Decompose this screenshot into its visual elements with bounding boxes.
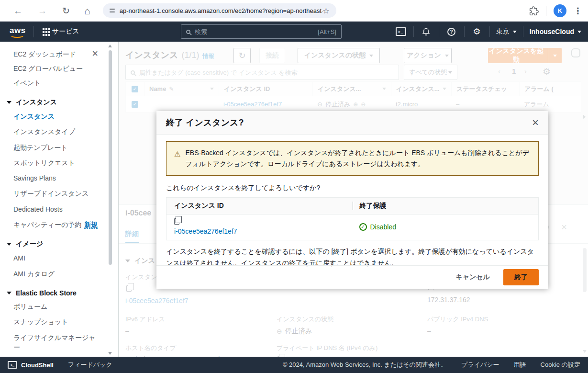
chevron-down-icon <box>7 292 11 294</box>
footer-terms-link[interactable]: 用語 <box>514 361 526 369</box>
browser-reload-icon[interactable]: ↻ <box>62 6 70 15</box>
global-search-input[interactable] <box>195 28 318 35</box>
sidebar-item-label: EC2 ダッシュボード <box>13 50 76 58</box>
section-title: Elastic Block Store <box>16 289 77 297</box>
global-search[interactable]: [Alt+S] <box>181 24 342 39</box>
gear-glyph: ⚙ <box>473 27 481 36</box>
divider <box>413 26 414 37</box>
site-settings-icon[interactable] <box>110 8 115 13</box>
region-selector[interactable]: 東京 <box>496 27 517 36</box>
sidebar-close-icon[interactable]: × <box>92 48 98 59</box>
warning-alert: ⚠ EBS-Backed インスタンスでは、インスタンスが終了されたときにルート… <box>166 141 539 176</box>
cloudshell-icon: >_ <box>8 361 17 369</box>
services-menu[interactable]: サービス <box>52 27 79 36</box>
dialog-close-icon[interactable]: × <box>532 117 539 128</box>
divider <box>489 26 490 37</box>
sidebar-item-dedicated-hosts[interactable]: Dedicated Hosts <box>13 202 99 217</box>
sidebar-item-ec2-global-view[interactable]: EC2 グローバルビュー <box>13 62 99 76</box>
settings-gear-icon[interactable]: ⚙ <box>471 27 483 36</box>
account-menu[interactable]: InhouseCloud <box>530 28 581 35</box>
ec2-sidebar: × EC2 ダッシュボード EC2 グローバルビュー イベント インスタンス イ… <box>0 42 119 357</box>
footer-feedback-link[interactable]: フィードバック <box>68 361 112 369</box>
cancel-button[interactable]: キャンセル <box>455 273 490 282</box>
browser-forward-icon[interactable]: → <box>38 6 47 15</box>
column-header-instance-id: インスタンス ID <box>166 202 353 210</box>
bookmark-star-icon[interactable]: ☆ <box>322 6 329 15</box>
section-title: イメージ <box>16 240 43 249</box>
sidebar-item-label: Dedicated Hosts <box>13 205 63 213</box>
footer-cookies-link[interactable]: Cookie の設定 <box>541 361 580 369</box>
browser-menu-icon[interactable]: ⋮ <box>574 6 582 16</box>
extensions-icon[interactable] <box>529 6 539 16</box>
sidebar-item-label: スナップショット <box>13 318 68 326</box>
sidebar-item-reserved-instances[interactable]: リザーブドインスタンス <box>13 186 99 201</box>
sidebar-item-label: ボリューム <box>13 303 47 310</box>
chevron-down-icon <box>577 31 581 33</box>
confirm-question: これらのインスタンスを終了してよろしいですか? <box>166 184 539 192</box>
browser-home-icon[interactable]: ⌂ <box>84 6 90 16</box>
url-text: ap-northeast-1.console.aws.amazon.com/ec… <box>120 7 323 14</box>
account-label: InhouseCloud <box>530 28 574 35</box>
sidebar-section-ebs[interactable]: Elastic Block Store <box>7 289 99 297</box>
services-grid-icon[interactable] <box>43 28 44 30</box>
sidebar-item-label: インスタンス <box>13 113 55 120</box>
sidebar-item-lifecycle-manager[interactable]: ライフサイクルマネージャー <box>13 330 99 355</box>
search-icon <box>186 30 190 34</box>
protection-status: Disabled <box>370 223 396 231</box>
browser-chrome: ← → ↻ ⌂ ap-northeast-1.console.aws.amazo… <box>0 0 588 22</box>
notifications-bell-icon[interactable] <box>420 27 433 36</box>
sidebar-item-label: スポットリクエスト <box>13 159 75 167</box>
instance-id-link[interactable]: i-05cee5ea276ef1ef7 <box>174 227 353 235</box>
footer-privacy-link[interactable]: プライバシー <box>461 361 499 369</box>
footer-copyright: © 2024, Amazon Web Services, Inc. またはその関… <box>283 361 447 369</box>
sidebar-section-instances[interactable]: インスタンス <box>7 98 99 107</box>
check-circle-icon: ✓ <box>359 223 367 231</box>
sidebar-item-instance-types[interactable]: インスタンスタイプ <box>13 124 99 139</box>
sidebar-section-images[interactable]: イメージ <box>7 240 99 249</box>
copy-icon[interactable] <box>174 218 179 225</box>
sidebar-item-instances[interactable]: インスタンス <box>13 109 99 124</box>
sidebar-item-events[interactable]: イベント <box>13 76 99 90</box>
scrollbar-thumb[interactable] <box>109 50 112 265</box>
cloudshell-icon[interactable]: >_ <box>395 27 407 36</box>
chevron-down-icon <box>513 31 517 33</box>
footer-cloudshell-button[interactable]: >_ CloudShell <box>8 361 54 369</box>
sidebar-item-spot-requests[interactable]: スポットリクエスト <box>13 155 99 170</box>
sidebar-item-label: 起動テンプレート <box>13 144 68 151</box>
divider <box>464 26 465 37</box>
browser-back-icon[interactable]: ← <box>13 6 22 15</box>
aws-logo[interactable]: aws <box>10 26 26 38</box>
sidebar-item-capacity-reservations[interactable]: キャパシティーの予約新規 <box>13 217 99 232</box>
sidebar-item-label: イベント <box>13 79 41 87</box>
cloudshell-label: CloudShell <box>21 362 54 369</box>
scroll-up-icon[interactable] <box>108 45 112 47</box>
chevron-down-icon <box>7 101 11 104</box>
chevron-down-icon <box>7 243 11 246</box>
sidebar-item-label: ライフサイクルマネージャー <box>13 334 96 351</box>
divider <box>439 26 439 37</box>
sidebar-item-snapshots[interactable]: スナップショット <box>13 314 99 329</box>
terminal-glyph: >_ <box>396 27 406 36</box>
sidebar-item-label: キャパシティーの予約 <box>13 221 81 228</box>
divider <box>546 6 546 16</box>
help-icon[interactable]: ? <box>445 28 458 36</box>
aws-top-nav: aws サービス [Alt+S] >_ ? ⚙ 東京 InhouseCloud <box>0 22 588 42</box>
sidebar-item-ami-catalog[interactable]: AMI カタログ <box>13 266 99 282</box>
terminate-instances-table: インスタンス ID 終了保護 i-05cee5ea276ef1ef7 ✓ Dis… <box>166 197 539 240</box>
sidebar-item-label: AMI <box>13 254 25 262</box>
sidebar-item-ami[interactable]: AMI <box>13 250 99 266</box>
sidebar-item-volumes[interactable]: ボリューム <box>13 299 99 314</box>
sidebar-scrollbar[interactable] <box>108 45 112 355</box>
warning-icon: ⚠ <box>174 147 180 170</box>
search-shortcut: [Alt+S] <box>318 28 336 35</box>
sidebar-item-savings-plans[interactable]: Savings Plans <box>13 170 99 186</box>
sidebar-item-label: EC2 グローバルビュー <box>13 65 83 72</box>
address-bar[interactable]: ap-northeast-1.console.aws.amazon.com/ec… <box>103 3 336 18</box>
sidebar-item-ec2-dashboard[interactable]: EC2 ダッシュボード <box>13 47 99 62</box>
scroll-down-icon[interactable] <box>108 352 112 355</box>
sidebar-item-label: インスタンスタイプ <box>13 128 75 136</box>
table-row: i-05cee5ea276ef1ef7 ✓ Disabled <box>166 215 538 240</box>
profile-avatar[interactable]: K <box>554 4 566 17</box>
terminate-button[interactable]: 終了 <box>503 269 539 285</box>
sidebar-item-launch-templates[interactable]: 起動テンプレート <box>13 140 99 155</box>
